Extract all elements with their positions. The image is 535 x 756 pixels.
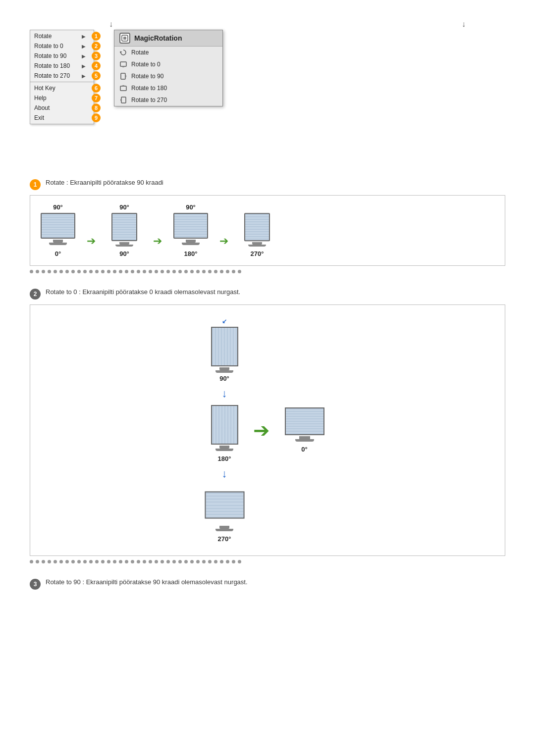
angle-0-label: 0° xyxy=(301,446,307,453)
rotate-0-icon xyxy=(119,60,127,68)
menu-item-rotate-90[interactable]: Rotate to 90 ▶ 3 xyxy=(30,51,94,61)
menu-item-exit[interactable]: Exit 9 xyxy=(30,113,94,123)
rotate-step-270: 270° xyxy=(237,211,277,257)
right-monitor-0: 0° xyxy=(285,407,324,453)
submenu-arrow-icon: ▶ xyxy=(82,53,86,59)
magic-item-rotate-90[interactable]: Rotate to 90 xyxy=(114,70,222,82)
top-diagram: ↓ ↓ Rotate ▶ 1 Rotate to 0 ▶ 2 Rotate to… xyxy=(30,20,505,124)
section-title-1: Rotate : Ekraanipilti pööratakse 90 kraa… xyxy=(46,179,163,186)
submenu-arrow-icon: ▶ xyxy=(82,34,86,39)
svg-rect-4 xyxy=(122,66,124,67)
angle-top-90: 90° xyxy=(119,203,129,211)
menu-item-hotkey[interactable]: Hot Key 6 xyxy=(30,83,94,93)
arrow-down-left-icon: ↓ xyxy=(109,20,113,29)
magic-item-rotate-270[interactable]: Rotate to 270 xyxy=(114,94,222,106)
magic-title: MagicRotation xyxy=(134,34,182,42)
menu-item-help[interactable]: Help 7 xyxy=(30,93,94,103)
monitor-screen-180 xyxy=(173,213,208,239)
rotate-step-0: 90° 0° xyxy=(38,203,78,257)
angle-bottom-0: 0° xyxy=(55,250,61,257)
rotate-diagram: 90° 0° ➔ 90° xyxy=(30,195,505,266)
rotate-step-180: 90° 180° xyxy=(171,203,211,257)
rotate-270-icon xyxy=(119,96,127,104)
rotate-icon xyxy=(119,49,127,56)
angle-bottom-180: 180° xyxy=(184,250,198,257)
magic-header-icon xyxy=(119,33,130,44)
rotate-180-icon xyxy=(119,84,127,92)
svg-rect-8 xyxy=(122,85,124,86)
angle-270-label: 270° xyxy=(218,535,231,543)
section-badge-1: 1 xyxy=(30,179,41,190)
submenu-arrow-icon: ▶ xyxy=(82,44,86,49)
angle-bottom-90: 90° xyxy=(119,250,129,257)
monitor-screen-270 xyxy=(244,213,270,241)
magic-label-rotate: Rotate xyxy=(131,49,149,56)
left-monitor-90: ↙ 90° xyxy=(211,318,238,382)
magic-item-rotate-0[interactable]: Rotate to 0 xyxy=(114,58,222,70)
dot-separator-2 xyxy=(30,560,505,563)
angle-bottom-270: 270° xyxy=(251,250,264,257)
magic-item-rotate-180[interactable]: Rotate to 180 xyxy=(114,82,222,94)
angle-180-label: 180° xyxy=(218,455,231,462)
magic-label-rotate-0: Rotate to 0 xyxy=(131,61,160,68)
menu-item-rotate-270[interactable]: Rotate to 270 ▶ 5 xyxy=(30,71,94,81)
angle-top-0: 90° xyxy=(53,203,63,211)
submenu-arrow-icon: ▶ xyxy=(82,63,86,69)
svg-rect-7 xyxy=(120,86,126,91)
big-green-arrow-icon: ➔ xyxy=(253,419,270,442)
section-rotate-to-0: 2 Rotate to 0 : Ekraanipilti pööratakse … xyxy=(30,288,505,563)
section-title-2: Rotate to 0 : Ekraanipilti pööratakse 0 … xyxy=(46,288,240,296)
monitor-270deg xyxy=(237,213,277,247)
angle-90-label: 90° xyxy=(219,375,229,382)
section-badge-2: 2 xyxy=(30,289,41,300)
section-title-3: Rotate to 90 : Ekraanipilti pööratakse 9… xyxy=(46,578,248,586)
svg-rect-10 xyxy=(120,99,121,101)
monitor-0deg xyxy=(38,213,78,247)
svg-rect-6 xyxy=(125,75,126,77)
rotate-step-90: 90° 90° xyxy=(105,203,144,257)
curved-arrow-icon: ↓ xyxy=(222,387,227,400)
context-menu: Rotate ▶ 1 Rotate to 0 ▶ 2 Rotate to 90 … xyxy=(30,30,94,124)
left-monitor-180: 180° xyxy=(211,405,238,462)
section-rotate: 1 Rotate : Ekraanipilti pööratakse 90 kr… xyxy=(30,179,505,273)
magic-header: MagicRotation xyxy=(114,30,222,47)
submenu-arrow-icon: ▶ xyxy=(82,73,86,79)
arrow-step-1: ➔ xyxy=(87,235,96,248)
magic-label-rotate-270: Rotate to 270 xyxy=(131,97,167,103)
angle-top-180: 90° xyxy=(186,203,196,211)
section-rotate-to-90: 3 Rotate to 90 : Ekraanipilti pööratakse… xyxy=(30,578,505,590)
magic-item-rotate[interactable]: Rotate xyxy=(114,47,222,58)
left-monitor-270: 270° xyxy=(211,485,238,543)
menu-item-about[interactable]: About 8 xyxy=(30,103,94,113)
magic-label-rotate-90: Rotate to 90 xyxy=(131,73,163,80)
monitor-screen xyxy=(41,213,75,239)
menu-item-rotate-0[interactable]: Rotate to 0 ▶ 2 xyxy=(30,41,94,51)
menu-separator xyxy=(30,82,94,82)
dot-separator-1 xyxy=(30,270,505,273)
magic-rotation-panel: MagicRotation Rotate Rot xyxy=(114,30,223,106)
curved-arrow-2-icon: ↓ xyxy=(222,467,227,480)
magic-label-rotate-180: Rotate to 180 xyxy=(131,85,167,92)
monitor-180deg xyxy=(171,213,211,247)
rotate-to-0-diagram: ↙ 90° ↓ xyxy=(30,304,505,556)
monitor-screen-90 xyxy=(111,213,137,241)
svg-rect-1 xyxy=(123,37,126,40)
svg-rect-5 xyxy=(121,73,125,79)
rotate-90-icon xyxy=(119,72,127,80)
arrow-step-3: ➔ xyxy=(219,235,228,248)
menu-item-rotate[interactable]: Rotate ▶ 1 xyxy=(30,31,94,41)
svg-rect-3 xyxy=(120,62,126,66)
section-badge-3: 3 xyxy=(30,579,41,590)
monitor-90deg xyxy=(105,213,144,247)
svg-rect-9 xyxy=(121,97,126,103)
arrow-step-2: ➔ xyxy=(153,235,162,248)
arrow-down-right-icon: ↓ xyxy=(462,20,466,29)
menu-item-rotate-180[interactable]: Rotate to 180 ▶ 4 xyxy=(30,61,94,71)
